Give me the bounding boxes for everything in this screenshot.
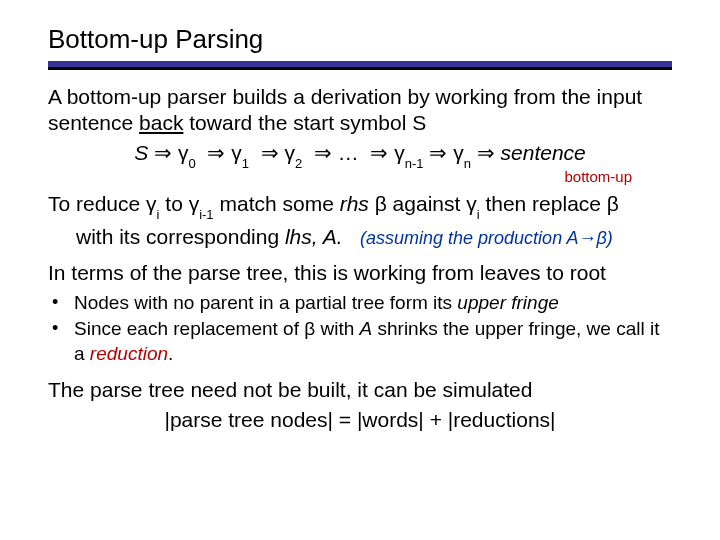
sub-1: 1: [242, 156, 249, 171]
arr-5: ⇒: [429, 141, 447, 164]
r-si2: i: [477, 207, 480, 222]
derivation-line: S ⇒ γ0 ⇒ γ1 ⇒ γ2 ⇒ … ⇒ γn-1 ⇒ γn ⇒ sente…: [48, 141, 672, 168]
r-d: β against: [375, 192, 466, 215]
b2-d: .: [168, 343, 173, 364]
b1-fringe: upper fringe: [457, 292, 558, 313]
sub-n: n: [464, 156, 471, 171]
b2-reduction: reduction: [90, 343, 168, 364]
g-0: γ: [178, 141, 189, 164]
arr-3: ⇒: [314, 141, 332, 164]
sub-0: 0: [188, 156, 195, 171]
r-f: with its corresponding: [76, 225, 285, 248]
r-gi2: γ: [466, 192, 477, 215]
r-e: then replace β: [485, 192, 619, 215]
r-c: match some: [219, 192, 339, 215]
arr-4: ⇒: [370, 141, 388, 164]
b1-a: Nodes with no parent in a partial tree f…: [74, 292, 457, 313]
bullet-1: Nodes with no parent in a partial tree f…: [48, 291, 672, 316]
bullet-list: Nodes with no parent in a partial tree f…: [48, 291, 672, 367]
intro-paragraph: A bottom-up parser builds a derivation b…: [48, 84, 672, 137]
r-a: To reduce: [48, 192, 146, 215]
b2-a: Since each replacement of β with: [74, 318, 360, 339]
intro-b: toward the start symbol S: [183, 111, 426, 134]
arr-6: ⇒: [477, 141, 495, 164]
arr-1: ⇒: [207, 141, 225, 164]
r-si: i: [157, 207, 160, 222]
assume-text: (assuming the production A→β): [360, 228, 613, 248]
b2-A: A: [360, 318, 373, 339]
reduce-paragraph: To reduce γi to γi-1 match some rhs β ag…: [48, 191, 672, 220]
r-lhsA: lhs, A.: [285, 225, 343, 248]
sym-S: S: [134, 141, 148, 164]
reduce-cont: with its corresponding lhs, A. (assuming…: [76, 224, 672, 250]
r-gi: γ: [146, 192, 157, 215]
slide-title: Bottom-up Parsing: [48, 24, 672, 55]
simulate-para: The parse tree need not be built, it can…: [48, 377, 672, 403]
intro-back: back: [139, 111, 183, 134]
bullet-2: Since each replacement of β with A shrin…: [48, 317, 672, 366]
leaves-root-para: In terms of the parse tree, this is work…: [48, 260, 672, 286]
arr-0: ⇒: [154, 141, 172, 164]
sub-2: 2: [295, 156, 302, 171]
r-sim1: i-1: [199, 207, 213, 222]
r-b: to: [165, 192, 188, 215]
title-rule: [48, 61, 672, 70]
dots: …: [338, 141, 359, 164]
sentence-word: sentence: [501, 141, 586, 164]
r-rhs: rhs: [340, 192, 369, 215]
g-2: γ: [284, 141, 295, 164]
g-n: γ: [453, 141, 464, 164]
equation-line: |parse tree nodes| = |words| + |reductio…: [48, 407, 672, 433]
r-gim1: γ: [189, 192, 200, 215]
g-nm1: γ: [394, 141, 405, 164]
bottom-up-annotation: bottom-up: [48, 168, 632, 185]
arr-2: ⇒: [261, 141, 279, 164]
sub-nm1: n-1: [405, 156, 424, 171]
g-1: γ: [231, 141, 242, 164]
